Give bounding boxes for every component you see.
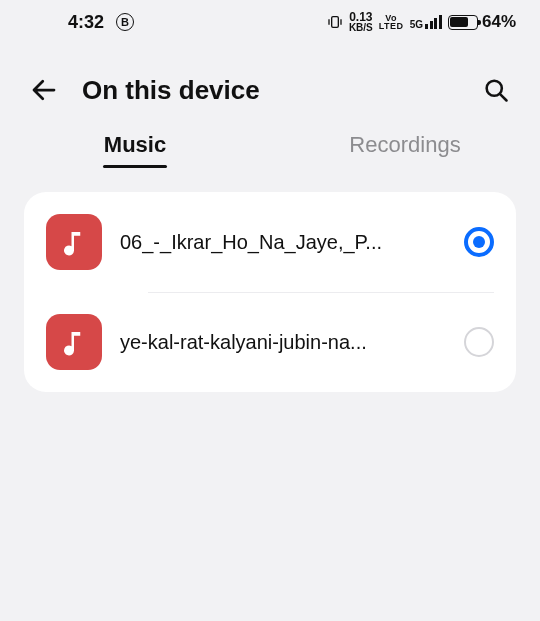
search-button[interactable]	[480, 74, 512, 106]
track-name: 06_-_Ikrar_Ho_Na_Jaye,_P...	[120, 231, 446, 254]
tab-recordings[interactable]: Recordings	[270, 132, 540, 168]
tab-music[interactable]: Music	[0, 132, 270, 168]
battery-indicator: 64%	[448, 12, 516, 32]
tabs: Music Recordings	[0, 124, 540, 192]
header-left: On this device	[28, 74, 260, 106]
radio-checked-icon	[464, 227, 494, 257]
radio-unselected[interactable]	[464, 327, 494, 357]
b-badge-icon: B	[116, 13, 134, 31]
network-generation: 5G	[410, 21, 423, 29]
data-rate-unit: KB/S	[349, 23, 373, 32]
volte-indicator: Vo LTED	[379, 14, 404, 30]
back-button[interactable]	[28, 74, 60, 106]
arrow-left-icon	[29, 75, 59, 105]
list-item[interactable]: ye-kal-rat-kalyani-jubin-na...	[24, 292, 516, 392]
status-bar: 4:32 B 0.13 KB/S Vo LTED 5G 64%	[0, 0, 540, 44]
svg-line-4	[500, 94, 506, 100]
signal-indicator: 5G	[410, 15, 442, 29]
status-time: 4:32	[68, 12, 104, 33]
vibrate-icon	[327, 14, 343, 30]
header: On this device	[0, 44, 540, 124]
signal-bars-icon	[425, 15, 442, 29]
music-file-icon	[46, 214, 102, 270]
data-rate-indicator: 0.13 KB/S	[349, 12, 373, 32]
svg-point-6	[473, 236, 485, 248]
music-file-icon	[46, 314, 102, 370]
status-left: 4:32 B	[68, 12, 134, 33]
battery-icon	[448, 15, 478, 30]
svg-rect-0	[332, 17, 339, 28]
battery-percent: 64%	[482, 12, 516, 32]
music-note-icon	[59, 227, 89, 257]
track-name: ye-kal-rat-kalyani-jubin-na...	[120, 331, 446, 354]
status-right: 0.13 KB/S Vo LTED 5G 64%	[327, 12, 516, 32]
search-icon	[482, 76, 510, 104]
page-title: On this device	[82, 75, 260, 106]
music-note-icon	[59, 327, 89, 357]
list-item[interactable]: 06_-_Ikrar_Ho_Na_Jaye,_P...	[24, 192, 516, 292]
volte-bottom: LTED	[379, 22, 404, 30]
track-list: 06_-_Ikrar_Ho_Na_Jaye,_P... ye-kal-rat-k…	[24, 192, 516, 392]
radio-selected[interactable]	[464, 227, 494, 257]
